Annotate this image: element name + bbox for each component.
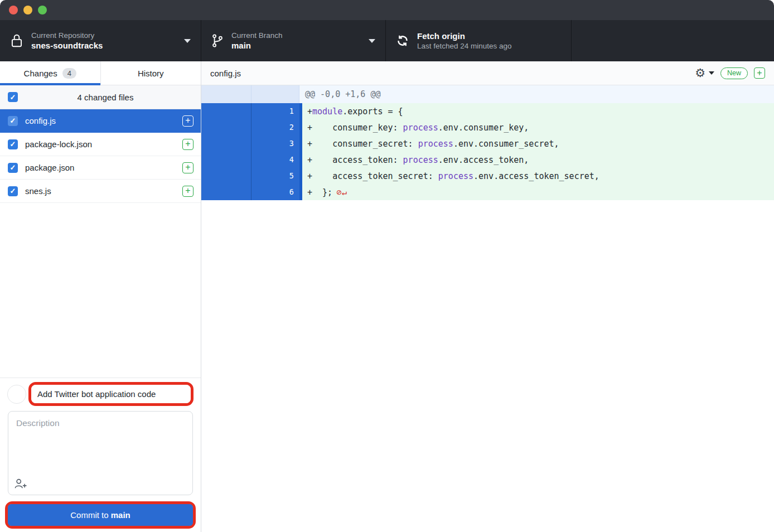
close-button[interactable]	[9, 6, 18, 14]
code-line: +module.exports = {	[302, 103, 774, 119]
code-line: + access_token: process.env.access_token…	[302, 152, 774, 168]
tab-changes-label: Changes	[24, 69, 57, 78]
added-file-icon[interactable]	[754, 67, 765, 79]
line-number: 3	[251, 136, 299, 152]
diff-line-5: 5 + access_token_secret: process.env.acc…	[201, 168, 774, 184]
file-checkbox[interactable]	[8, 139, 18, 149]
file-checkbox[interactable]	[8, 116, 18, 126]
tab-history-label: History	[138, 69, 164, 78]
line-gutter[interactable]: 4	[201, 152, 302, 168]
added-file-icon[interactable]	[182, 162, 194, 173]
lock-icon	[10, 33, 23, 49]
added-file-icon[interactable]	[182, 139, 194, 150]
code-line: + access_token_secret: process.env.acces…	[302, 168, 774, 184]
fetch-origin-sublabel: Last fetched 24 minutes ago	[417, 42, 512, 50]
current-branch-label: Current Branch	[231, 31, 283, 40]
diff-body: @@ -0,0 +1,6 @@ 1 +module.exports = { 2 …	[201, 85, 774, 532]
file-name: package-lock.json	[25, 139, 175, 149]
line-gutter[interactable]: 5	[201, 168, 302, 184]
fetch-origin-label: Fetch origin	[417, 31, 512, 41]
minimize-button[interactable]	[23, 6, 32, 14]
added-file-icon[interactable]	[182, 115, 194, 127]
line-gutter[interactable]: 6	[201, 184, 302, 200]
diff-panel: config.js ⚙ New @@ -0,0 +1,6 @@	[201, 61, 774, 532]
tab-history[interactable]: History	[100, 61, 201, 85]
diff-header: config.js ⚙ New	[201, 61, 774, 85]
hunk-header-text: @@ -0,0 +1,6 @@	[299, 85, 774, 103]
app-window: Current Repository snes-soundtracks Curr…	[0, 0, 774, 532]
chevron-down-icon	[709, 71, 714, 75]
line-number: 2	[251, 119, 299, 136]
diff-file-title: config.js	[210, 69, 695, 78]
line-gutter[interactable]: 1	[201, 103, 302, 119]
file-name: snes.js	[25, 186, 175, 196]
file-row-package-json[interactable]: package.json	[0, 156, 201, 180]
current-branch-dropdown[interactable]: Current Branch main	[201, 20, 386, 61]
git-branch-icon	[211, 33, 224, 48]
toolbar-filler	[572, 20, 774, 61]
sidebar-tabs: Changes 4 History	[0, 61, 201, 85]
file-checkbox[interactable]	[8, 163, 18, 173]
titlebar	[0, 0, 774, 20]
sidebar-spacer	[0, 203, 201, 378]
file-checkbox[interactable]	[8, 186, 18, 196]
code-line: + };⊘↵	[302, 184, 774, 200]
toolbar: Current Repository snes-soundtracks Curr…	[0, 20, 774, 61]
file-row-snes-js[interactable]: snes.js	[0, 180, 201, 203]
current-repository-label: Current Repository	[31, 31, 103, 40]
diff-line-6: 6 + };⊘↵	[201, 184, 774, 200]
commit-button-label: Commit to	[70, 510, 111, 520]
commit-summary-input[interactable]	[31, 385, 191, 403]
file-row-config-js[interactable]: config.js	[0, 109, 201, 133]
line-number: 6	[251, 184, 299, 200]
current-branch-value: main	[231, 41, 283, 50]
tab-changes[interactable]: Changes 4	[0, 61, 100, 85]
select-all-checkbox[interactable]	[8, 92, 18, 102]
no-newline-icon: ⊘↵	[336, 187, 347, 197]
commit-button[interactable]: Commit to main	[8, 504, 193, 526]
current-repository-value: snes-soundtracks	[31, 41, 103, 50]
commit-description-input[interactable]	[15, 417, 186, 478]
line-number: 4	[251, 152, 299, 168]
chevron-down-icon	[369, 39, 375, 43]
gear-icon: ⚙	[695, 67, 705, 79]
diff-line-4: 4 + access_token: process.env.access_tok…	[201, 152, 774, 168]
fetch-origin-button[interactable]: Fetch origin Last fetched 24 minutes ago	[386, 20, 572, 61]
annotation-highlight-summary	[28, 382, 194, 406]
changed-files-count: 4 changed files	[18, 93, 193, 102]
annotation-highlight-commit: Commit to main	[5, 501, 196, 529]
file-name: package.json	[25, 163, 175, 172]
zoom-button[interactable]	[38, 6, 47, 14]
code-line: + consumer_key: process.env.consumer_key…	[302, 119, 774, 136]
line-number: 5	[251, 168, 299, 184]
changed-files-header: 4 changed files	[0, 85, 201, 109]
current-repository-dropdown[interactable]: Current Repository snes-soundtracks	[0, 20, 201, 61]
hunk-header-row: @@ -0,0 +1,6 @@	[201, 85, 774, 103]
line-number: 1	[251, 103, 299, 119]
sync-icon	[396, 34, 409, 47]
sidebar: Changes 4 History 4 changed files config…	[0, 61, 201, 532]
file-row-package-lock-json[interactable]: package-lock.json	[0, 133, 201, 156]
line-gutter[interactable]: 3	[201, 136, 302, 152]
added-file-icon[interactable]	[182, 186, 194, 197]
diff-line-3: 3 + consumer_secret: process.env.consume…	[201, 136, 774, 152]
hunk-gutter-new	[251, 85, 299, 103]
chevron-down-icon	[184, 39, 191, 43]
diff-options-button[interactable]: ⚙	[695, 67, 714, 79]
commit-form: Commit to main	[0, 378, 201, 532]
avatar	[7, 385, 26, 404]
new-file-badge: New	[720, 67, 748, 79]
commit-button-branch: main	[111, 510, 130, 520]
code-line: + consumer_secret: process.env.consumer_…	[302, 136, 774, 152]
diff-line-1: 1 +module.exports = {	[201, 103, 774, 119]
line-gutter[interactable]: 2	[201, 119, 302, 136]
add-coauthor-button[interactable]	[14, 478, 27, 491]
commit-description-box	[8, 411, 193, 495]
changes-count-badge: 4	[62, 68, 76, 79]
diff-line-2: 2 + consumer_key: process.env.consumer_k…	[201, 119, 774, 136]
file-name: config.js	[25, 116, 175, 125]
person-plus-icon	[14, 478, 27, 491]
hunk-gutter-old	[201, 85, 251, 103]
